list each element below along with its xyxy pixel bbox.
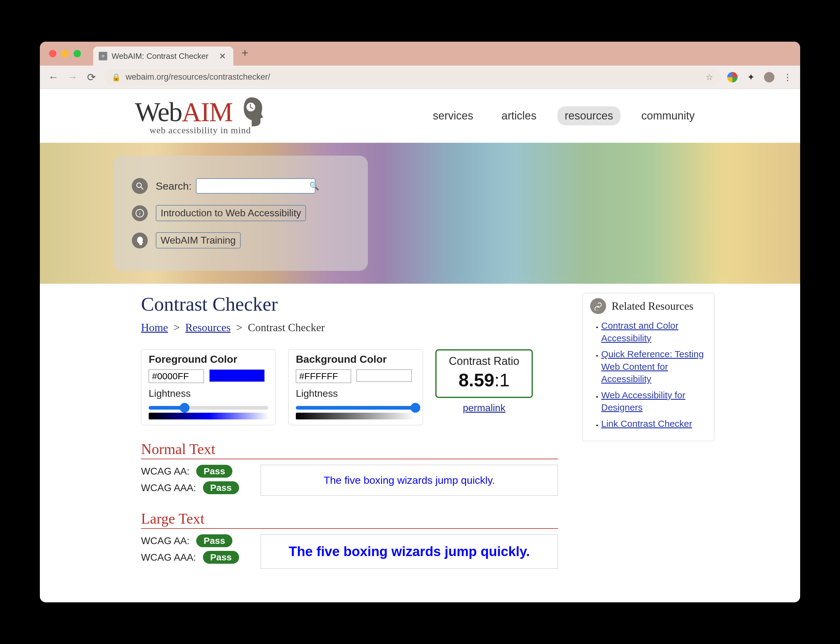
maximize-window-button[interactable] <box>74 50 81 57</box>
related-heading: Related Resources <box>612 300 693 312</box>
reload-button[interactable]: ⟳ <box>85 71 97 83</box>
nav-community[interactable]: community <box>634 106 702 125</box>
large-aa-label: WCAG AA: <box>141 535 189 547</box>
tab-title: WebAIM: Contrast Checker <box>112 51 209 61</box>
extension-icons: ✦ ⋮ <box>727 72 793 82</box>
normal-text-results: WCAG AA: Pass WCAG AAA: Pass The five bo… <box>141 465 558 498</box>
nav-articles[interactable]: articles <box>494 106 544 125</box>
minimize-window-button[interactable] <box>61 50 69 57</box>
hero-intro-row: i Introduction to Web Accessibility <box>132 205 349 221</box>
intro-link[interactable]: Introduction to Web Accessibility <box>156 205 306 221</box>
related-link-3[interactable]: Link Contrast Checker <box>601 419 692 429</box>
contrast-ratio-label: Contrast Ratio <box>449 355 519 368</box>
link-icon <box>590 298 606 314</box>
related-link-1[interactable]: Quick Reference: Testing Web Content for… <box>601 349 704 384</box>
hero-training-row: WebAIM Training <box>132 232 349 248</box>
search-input-wrap: 🔍 <box>196 178 315 194</box>
foreground-card: Foreground Color Lightness <box>141 349 276 425</box>
background-gradient-preview <box>296 413 415 419</box>
browser-toolbar: ← → ⟳ 🔒 webaim.org/resources/contrastche… <box>40 66 800 89</box>
page-title: Contrast Checker <box>141 293 564 315</box>
breadcrumb-current: Contrast Checker <box>248 321 325 334</box>
bookmark-star-icon[interactable]: ☆ <box>706 72 713 82</box>
normal-aa-badge: Pass <box>196 465 232 478</box>
related-link-2[interactable]: Web Accessibility for Designers <box>601 390 685 413</box>
browser-tab-strip: WebAIM: Contrast Checker ✕ ＋ <box>40 42 800 66</box>
close-tab-icon[interactable]: ✕ <box>219 51 226 61</box>
lock-icon: 🔒 <box>112 73 121 82</box>
logo-tagline: web accessibility in mind <box>150 125 251 135</box>
foreground-lightness-slider[interactable] <box>149 406 268 410</box>
nav-services[interactable]: services <box>425 106 481 125</box>
large-text-results: WCAG AA: Pass WCAG AAA: Pass The five bo… <box>141 534 558 568</box>
favicon-icon <box>99 52 107 60</box>
large-text-sample[interactable]: The five boxing wizards jump quickly. <box>260 534 558 568</box>
contrast-ratio-wrap: Contrast Ratio 8.59:1 permalink <box>435 349 533 414</box>
foreground-lightness-label: Lightness <box>141 388 276 402</box>
normal-aaa-label: WCAG AAA: <box>141 482 196 494</box>
search-head-icon <box>132 178 148 194</box>
window-controls <box>46 42 93 66</box>
address-bar[interactable]: 🔒 webaim.org/resources/contrastchecker/ … <box>104 69 720 85</box>
large-aaa-label: WCAG AAA: <box>141 552 196 563</box>
logo-text-web: Web <box>135 97 182 127</box>
foreground-hex-input[interactable] <box>149 370 204 383</box>
search-input[interactable] <box>199 181 309 191</box>
normal-aaa-badge: Pass <box>203 481 239 494</box>
extensions-menu-icon[interactable]: ✦ <box>746 72 756 82</box>
background-swatch[interactable] <box>357 370 412 382</box>
browser-tab[interactable]: WebAIM: Contrast Checker ✕ <box>93 46 233 66</box>
breadcrumb-home[interactable]: Home <box>141 321 168 334</box>
normal-aa-label: WCAG AA: <box>141 466 189 477</box>
logo-head-icon <box>238 97 265 127</box>
site-logo[interactable]: WebAIM web accessibility in mind <box>135 97 265 135</box>
contrast-ratio-box: Contrast Ratio 8.59:1 <box>435 349 533 398</box>
profile-avatar-icon[interactable] <box>764 72 774 82</box>
content-column: Contrast Checker Home > Resources > Cont… <box>141 293 564 581</box>
page-content: WebAIM web accessibility in mind service… <box>40 89 800 602</box>
svg-text:i: i <box>139 210 141 216</box>
training-link[interactable]: WebAIM Training <box>156 232 240 248</box>
hero-banner: Search: 🔍 i Introduction to Web Accessib… <box>40 143 800 284</box>
related-resources-box: Related Resources Contrast and Color Acc… <box>583 293 714 441</box>
foreground-gradient-preview <box>149 413 268 419</box>
hero-search-row: Search: 🔍 <box>132 178 349 194</box>
large-aa-badge: Pass <box>196 534 232 547</box>
breadcrumb: Home > Resources > Contrast Checker <box>141 321 564 334</box>
related-link-0[interactable]: Contrast and Color Accessibility <box>601 320 679 343</box>
background-lightness-slider[interactable] <box>296 406 415 410</box>
large-aaa-badge: Pass <box>203 551 239 564</box>
nav-resources[interactable]: resources <box>557 106 621 125</box>
search-label: Search: <box>156 180 192 192</box>
browser-menu-icon[interactable]: ⋮ <box>782 72 793 82</box>
breadcrumb-resources[interactable]: Resources <box>185 321 231 334</box>
url-text: webaim.org/resources/contrastchecker/ <box>126 72 270 82</box>
extension-icon[interactable] <box>727 72 738 82</box>
sidebar: Related Resources Contrast and Color Acc… <box>583 293 714 581</box>
forward-button[interactable]: → <box>66 71 79 83</box>
back-button[interactable]: ← <box>47 71 59 83</box>
main-nav: services articles resources community <box>425 106 702 125</box>
contrast-ratio-value: 8.59:1 <box>449 370 519 391</box>
foreground-swatch[interactable] <box>209 370 265 382</box>
site-header: WebAIM web accessibility in mind service… <box>40 89 800 143</box>
new-tab-button[interactable]: ＋ <box>239 45 250 62</box>
svg-line-4 <box>141 187 143 190</box>
large-text-heading: Large Text <box>141 510 558 529</box>
permalink[interactable]: permalink <box>463 402 506 413</box>
background-lightness-label: Lightness <box>288 388 423 402</box>
background-hex-input[interactable] <box>296 370 351 383</box>
normal-text-sample[interactable]: The five boxing wizards jump quickly. <box>260 465 558 496</box>
background-heading: Background Color <box>288 350 423 370</box>
svg-point-3 <box>137 183 141 187</box>
training-icon <box>132 233 148 248</box>
info-icon: i <box>132 205 148 221</box>
background-card: Background Color Lightness <box>288 349 423 425</box>
close-window-button[interactable] <box>49 50 56 57</box>
search-icon[interactable]: 🔍 <box>309 181 319 191</box>
svg-rect-1 <box>102 54 105 58</box>
color-controls-row: Foreground Color Lightness <box>141 349 564 425</box>
main-layout: Contrast Checker Home > Resources > Cont… <box>40 284 800 581</box>
normal-text-heading: Normal Text <box>141 440 558 459</box>
hero-panel: Search: 🔍 i Introduction to Web Accessib… <box>114 156 368 271</box>
